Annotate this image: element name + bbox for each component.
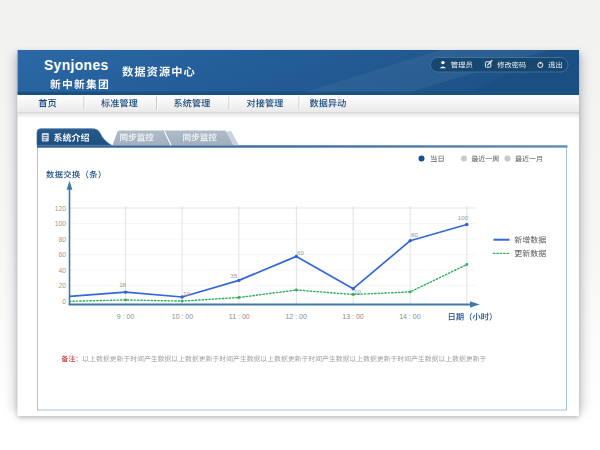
svg-text:11 : 00: 11 : 00 — [229, 313, 250, 320]
svg-text:10: 10 — [354, 288, 361, 295]
svg-text:80: 80 — [59, 236, 67, 243]
svg-text:60: 60 — [59, 251, 67, 258]
svg-text:12 : 00: 12 : 00 — [285, 313, 307, 320]
svg-text:100: 100 — [458, 214, 469, 221]
svg-text:60: 60 — [297, 249, 304, 256]
svg-text:80: 80 — [411, 231, 418, 238]
svg-text:9 : 00: 9 : 00 — [117, 313, 135, 320]
svg-text:Synjones: Synjones — [44, 57, 109, 73]
svg-text:120: 120 — [55, 205, 66, 212]
svg-text:20: 20 — [59, 282, 67, 289]
svg-text:0: 0 — [62, 298, 66, 305]
svg-text:13 : 00: 13 : 00 — [342, 313, 364, 320]
svg-text:100: 100 — [55, 220, 66, 227]
svg-text:40: 40 — [59, 267, 67, 274]
svg-text:14 : 00: 14 : 00 — [399, 313, 421, 320]
svg-text:10 : 00: 10 : 00 — [172, 313, 194, 320]
svg-text:18: 18 — [119, 281, 126, 288]
svg-text:10: 10 — [183, 290, 190, 297]
svg-text:35: 35 — [230, 272, 237, 279]
